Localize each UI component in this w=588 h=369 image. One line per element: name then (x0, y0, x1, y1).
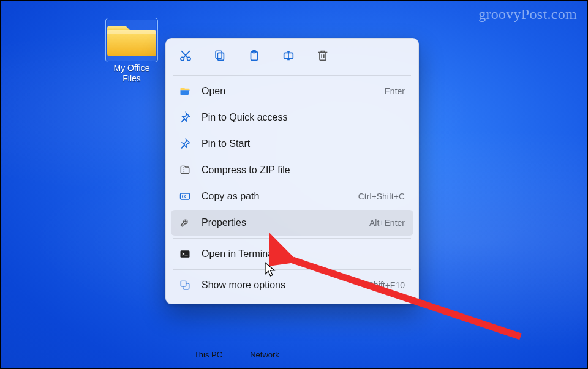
menu-separator (173, 238, 411, 239)
svg-rect-4 (217, 53, 224, 60)
context-menu: Open Enter Pin to Quick access Pin to St… (165, 38, 419, 304)
rename-button[interactable] (279, 47, 298, 67)
menu-item-label: Pin to Quick access (202, 112, 405, 123)
menu-item-shortcut: Enter (385, 86, 405, 96)
desktop-icon-label: My Office Files (98, 63, 165, 84)
menu-item-label: Show more options (202, 280, 368, 291)
menu-item-shortcut: Ctrl+Shift+C (358, 192, 405, 201)
menu-separator (173, 75, 411, 76)
watermark-text: groovyPost.com (478, 6, 577, 23)
pin-icon (177, 138, 193, 150)
svg-rect-5 (216, 51, 222, 58)
menu-item-pin-quick-access[interactable]: Pin to Quick access (171, 105, 413, 130)
menu-item-label: Open (202, 86, 385, 97)
terminal-icon (177, 248, 193, 260)
wrench-icon (177, 217, 193, 229)
menu-item-compress-zip[interactable]: Compress to ZIP file (171, 157, 413, 183)
scissors-icon (179, 49, 192, 65)
trash-icon (316, 49, 330, 65)
desktop-icon-folder[interactable]: My Office Files (98, 20, 165, 84)
menu-item-open[interactable]: Open Enter (171, 78, 413, 104)
menu-separator (173, 269, 411, 270)
menu-item-copy-as-path[interactable]: Copy as path Ctrl+Shift+C (171, 184, 413, 209)
delete-button[interactable] (313, 47, 333, 67)
menu-item-label: Compress to ZIP file (202, 165, 405, 176)
menu-item-label: Properties (202, 217, 369, 228)
desktop-label-thispc[interactable]: This PC (184, 350, 233, 359)
svg-rect-0 (107, 30, 156, 56)
svg-rect-9 (320, 53, 326, 61)
context-menu-toolbar (170, 45, 415, 73)
zip-icon (177, 164, 193, 176)
more-options-icon (177, 279, 193, 291)
svg-rect-12 (181, 281, 186, 286)
copy-icon (213, 49, 227, 65)
paste-button[interactable] (244, 47, 264, 67)
folder-open-icon (177, 85, 193, 97)
desktop-label-network[interactable]: Network (240, 350, 289, 359)
menu-item-label: Open in Terminal (202, 248, 405, 259)
svg-rect-11 (181, 250, 190, 258)
menu-item-show-more-options[interactable]: Show more options Shift+F10 (171, 272, 413, 298)
clipboard-icon (247, 49, 261, 65)
copy-path-icon (177, 190, 193, 203)
menu-item-shortcut: Shift+F10 (368, 280, 405, 290)
menu-item-label: Copy as path (202, 191, 358, 202)
menu-item-shortcut: Alt+Enter (369, 218, 405, 228)
menu-item-pin-start[interactable]: Pin to Start (171, 131, 413, 157)
folder-icon (107, 20, 156, 61)
menu-item-open-terminal[interactable]: Open in Terminal (171, 241, 413, 267)
copy-button[interactable] (210, 47, 230, 67)
cut-button[interactable] (176, 47, 195, 67)
svg-rect-1 (107, 30, 156, 34)
rename-icon (282, 49, 295, 65)
menu-item-properties[interactable]: Properties Alt+Enter (171, 210, 413, 236)
menu-item-label: Pin to Start (202, 138, 405, 149)
pin-icon (177, 111, 193, 124)
